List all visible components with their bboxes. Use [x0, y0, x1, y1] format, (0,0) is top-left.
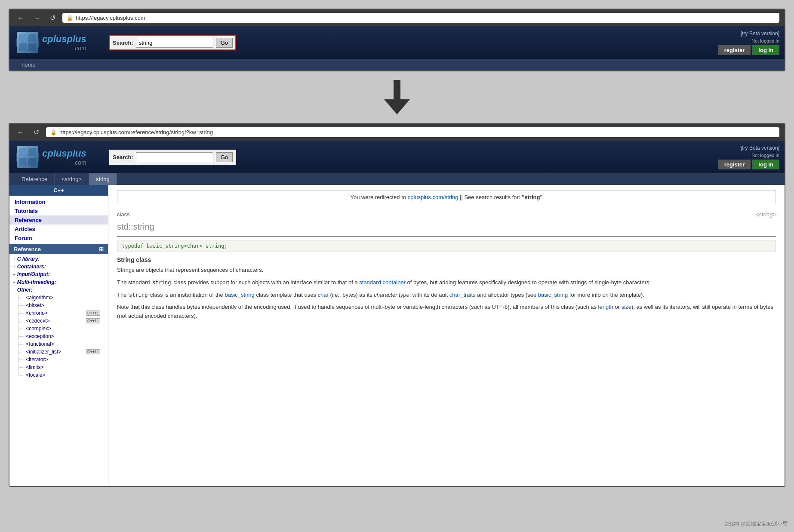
try-beta-link-1[interactable]: [try Beta version] — [741, 31, 779, 37]
redirect-query: "string" — [522, 194, 542, 200]
para4-text: Note that this class handles bytes indep… — [117, 304, 598, 310]
redirect-link[interactable]: cplusplus.com/string — [408, 194, 459, 200]
sub-label-codecvt: <codecvt> — [26, 318, 49, 324]
tree-line-iterator: ├─ — [17, 357, 23, 362]
para-3: The string class is an instantiation of … — [117, 291, 776, 300]
logo-text-2: cplusplus .com — [42, 148, 86, 166]
back-button-2[interactable]: ← — [15, 128, 27, 137]
register-button-2[interactable]: register — [718, 160, 751, 169]
address-bar-1[interactable]: 🔒 https://legacy.cplusplus.com — [62, 13, 779, 23]
search-input-2[interactable] — [136, 152, 213, 162]
redirect-text: You were redirected to — [350, 194, 406, 200]
ref-item-inputoutput[interactable]: + Input/Output: — [9, 271, 108, 278]
sub-item-functional[interactable]: ├─ <functional> — [9, 340, 108, 348]
svg-rect-13 — [28, 158, 36, 166]
logo-cube-1 — [15, 30, 40, 55]
ref-label-clibrary: C library: — [17, 256, 40, 262]
forward-button-1[interactable]: → — [31, 13, 43, 23]
sub-label-algorithm: <algorithm> — [26, 295, 53, 301]
sub-item-iterator[interactable]: ├─ <iterator> — [9, 356, 108, 363]
sidebar-item-reference[interactable]: Reference — [9, 215, 108, 224]
back-button-1[interactable]: ← — [15, 13, 27, 23]
sidebar-item-tutorials[interactable]: Tutorials — [9, 206, 108, 215]
sub-label-chrono: <chrono> — [26, 310, 48, 316]
logo-dotcom-2: .com — [42, 159, 86, 166]
ref-item-multithreading[interactable]: + Multi-threading: — [9, 278, 108, 286]
breadcrumb-tab-string[interactable]: string — [89, 173, 117, 185]
sidebar-item-articles[interactable]: Articles — [9, 224, 108, 234]
main-content-area: C++ Information Tutorials Reference Arti… — [9, 185, 785, 486]
search-go-button-1[interactable]: Go — [216, 38, 233, 48]
sidebar-item-forum[interactable]: Forum — [9, 234, 108, 243]
tree-line-locale: └─ — [17, 373, 23, 378]
tree-line-limits: ├─ — [17, 365, 23, 370]
logo-area-1: cplusplus .com — [15, 30, 101, 55]
para3-link1[interactable]: basic_string — [225, 292, 254, 298]
para2-code: string — [151, 280, 172, 286]
login-button-2[interactable]: log in — [752, 160, 779, 169]
header-right-1: [try Beta version] Not logged in registe… — [718, 31, 779, 55]
sub-item-bitset[interactable]: ├─ <bitset> — [9, 301, 108, 309]
logo-text-1: cplusplus .com — [42, 34, 86, 52]
reload-button-1[interactable]: ↺ — [47, 13, 58, 23]
sub-item-complex[interactable]: ├─ <complex> — [9, 325, 108, 332]
para2-pre: The standard — [117, 279, 151, 286]
breadcrumb-tab-reference[interactable]: Reference — [15, 173, 55, 185]
para3-link4[interactable]: basic_string — [538, 292, 568, 298]
sub-item-codecvt[interactable]: ├─ <codecvt> C++11 — [9, 317, 108, 325]
search-go-button-2[interactable]: Go — [216, 152, 233, 162]
url-text-2: https://legacy.cplusplus.com/reference/s… — [59, 129, 213, 135]
nav-home-1[interactable]: home — [15, 59, 43, 71]
tree-line-exception: ├─ — [17, 334, 23, 339]
ref-item-clibrary[interactable]: + C library: — [9, 255, 108, 263]
ref-label-containers: Containers: — [17, 264, 46, 270]
browser-chrome-1: ← → ↺ 🔒 https://legacy.cplusplus.com — [9, 9, 785, 26]
svg-rect-4 — [19, 43, 27, 51]
sub-badge-chrono: C++11 — [86, 311, 100, 316]
svg-rect-3 — [28, 34, 36, 42]
sub-item-algorithm[interactable]: ├─ <algorithm> — [9, 294, 108, 301]
lock-icon-1: 🔒 — [67, 15, 73, 21]
ref-item-other[interactable]: − Other: — [9, 286, 108, 294]
browser-window-2: ← ↺ 🔒 https://legacy.cplusplus.com/refer… — [9, 123, 785, 487]
login-button-1[interactable]: log in — [752, 45, 779, 55]
sidebar-cpp-title: C++ — [9, 185, 108, 196]
breadcrumb-tab-string-header[interactable]: <string> — [55, 173, 89, 185]
tree-line-complex: ├─ — [17, 326, 23, 331]
search-input-1[interactable] — [136, 38, 213, 48]
expand-icon-multithreading: + — [13, 280, 15, 285]
address-bar-2[interactable]: 🔒 https://legacy.cplusplus.com/reference… — [46, 127, 779, 137]
sub-label-functional: <functional> — [26, 341, 54, 347]
sub-item-chrono[interactable]: ├─ <chrono> C++11 — [9, 309, 108, 317]
try-beta-link-2[interactable]: [try Beta version] — [741, 145, 779, 151]
tree-line-chrono: ├─ — [17, 311, 23, 316]
site-nav-1: home — [9, 59, 785, 71]
para2-link[interactable]: standard container — [359, 279, 406, 286]
sub-item-initializer_list[interactable]: ├─ <initializer_list> C++11 — [9, 348, 108, 356]
para3-link2[interactable]: char — [317, 292, 328, 298]
sub-label-locale: <locale> — [26, 372, 45, 378]
header-right-2: [try Beta version] Not logged in registe… — [718, 145, 779, 169]
class-name: string — [133, 222, 154, 231]
svg-rect-5 — [28, 43, 36, 51]
site-header-2: cplusplus .com Search: Go [try Beta vers… — [9, 141, 785, 173]
para4-link1[interactable]: length — [598, 304, 613, 310]
svg-marker-7 — [384, 99, 410, 114]
register-button-1[interactable]: register — [718, 45, 751, 55]
ref-item-containers[interactable]: + Containers: — [9, 263, 108, 271]
section-title-string-class: String class — [117, 256, 776, 263]
tree-line-functional: ├─ — [17, 342, 23, 347]
para3-mid5: and allocator types (see — [476, 292, 538, 298]
url-text-1: https://legacy.cplusplus.com — [76, 15, 145, 21]
reference-expand-icon[interactable]: ⊞ — [99, 246, 104, 252]
sub-item-limits[interactable]: ├─ <limits> — [9, 363, 108, 371]
sub-item-exception[interactable]: ├─ <exception> — [9, 332, 108, 340]
para4-link2[interactable]: size — [622, 304, 631, 310]
para3-link3[interactable]: char_traits — [449, 292, 476, 298]
tree-line-codecvt: ├─ — [17, 319, 23, 323]
sub-label-exception: <exception> — [26, 333, 54, 339]
reload-button-2[interactable]: ↺ — [31, 127, 42, 137]
sub-item-locale[interactable]: └─ <locale> — [9, 371, 108, 379]
sidebar-item-information[interactable]: Information — [9, 197, 108, 206]
sub-badge-codecvt: C++11 — [86, 318, 100, 323]
